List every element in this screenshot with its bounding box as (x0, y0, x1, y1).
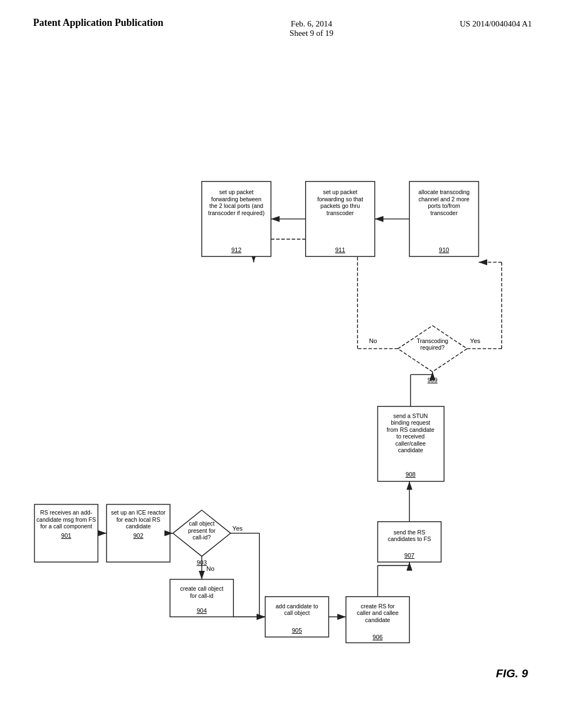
svg-text:ports to/from: ports to/from (428, 203, 460, 209)
svg-text:set up packet: set up packet (323, 189, 357, 195)
svg-text:forwarding between: forwarding between (211, 196, 262, 202)
svg-text:forwarding so that: forwarding so that (317, 196, 363, 202)
svg-text:packets go thru: packets go thru (321, 203, 360, 209)
svg-text:caller and callee: caller and callee (357, 610, 399, 616)
svg-text:Yes: Yes (232, 525, 243, 532)
svg-text:908: 908 (406, 471, 415, 478)
svg-text:add candidate to: add candidate to (276, 603, 318, 609)
svg-text:No: No (206, 565, 215, 572)
svg-text:set up an ICE reactor: set up an ICE reactor (111, 510, 166, 516)
svg-text:call object: call object (284, 610, 310, 616)
svg-text:910: 910 (439, 247, 449, 253)
svg-text:Yes: Yes (470, 338, 481, 344)
svg-text:required?: required? (420, 345, 445, 351)
svg-text:candidate: candidate (365, 617, 390, 623)
svg-text:for a call component: for a call component (40, 523, 92, 529)
svg-text:channel and 2 more: channel and 2 more (419, 196, 470, 202)
svg-text:905: 905 (292, 627, 302, 634)
svg-text:901: 901 (61, 532, 71, 539)
svg-text:send a STUN: send a STUN (393, 413, 428, 419)
svg-text:from RS candidate: from RS candidate (387, 427, 435, 433)
svg-text:call object: call object (189, 521, 215, 527)
svg-text:binding request: binding request (391, 420, 430, 426)
svg-text:caller/callee: caller/callee (396, 441, 426, 447)
svg-text:candidates to FS: candidates to FS (388, 536, 431, 542)
publication-title: Patent Application Publication (33, 17, 163, 29)
svg-text:for each local RS: for each local RS (116, 517, 161, 523)
svg-text:send the RS: send the RS (393, 529, 425, 536)
svg-text:906: 906 (372, 634, 382, 640)
svg-text:transcoder if required): transcoder if required) (208, 210, 264, 216)
svg-text:candidate: candidate (398, 447, 423, 453)
patent-number: US 2014/0040404 A1 (460, 17, 532, 29)
svg-text:912: 912 (231, 247, 241, 253)
svg-text:904: 904 (196, 607, 206, 614)
svg-text:for call-id: for call-id (190, 593, 214, 599)
svg-text:to received: to received (397, 433, 425, 440)
svg-text:create RS for: create RS for (361, 603, 395, 609)
svg-text:No: No (369, 338, 377, 344)
svg-text:911: 911 (335, 247, 345, 253)
diagram-area: RS receives an add- candidate msg from F… (0, 66, 565, 700)
publication-date: Feb. 6, 2014 Sheet 9 of 19 (290, 17, 334, 38)
svg-text:call-id?: call-id? (193, 534, 211, 540)
svg-text:907: 907 (404, 552, 414, 559)
svg-text:allocate transcoding: allocate transcoding (418, 189, 470, 195)
svg-text:set up packet: set up packet (219, 189, 253, 195)
svg-text:909: 909 (428, 377, 438, 383)
flowchart-svg: RS receives an add- candidate msg from F… (0, 66, 565, 700)
svg-text:902: 902 (133, 532, 143, 539)
svg-text:candidate msg from FS: candidate msg from FS (36, 517, 96, 523)
page-header: Patent Application Publication Feb. 6, 2… (0, 0, 565, 44)
svg-text:the 2 local ports (and: the 2 local ports (and (210, 203, 264, 209)
svg-text:RS receives an add-: RS receives an add- (40, 510, 93, 516)
svg-text:Transcoding: Transcoding (417, 338, 448, 344)
svg-text:transcoder: transcoder (327, 210, 354, 216)
svg-text:candidate: candidate (126, 523, 151, 529)
svg-text:present for: present for (188, 528, 216, 534)
svg-text:create call object: create call object (180, 586, 223, 592)
svg-text:transcoder: transcoder (430, 210, 458, 216)
figure-label: FIG. 9 (496, 667, 528, 679)
